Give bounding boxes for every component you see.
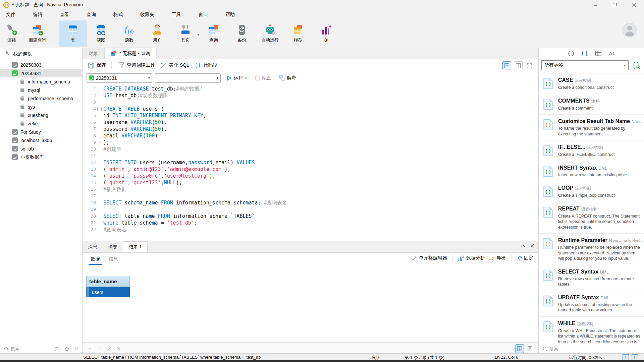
table-info-tab-icon[interactable] [595, 51, 601, 56]
tree-item-localhost_3306[interactable]: localhost_3306 [0, 136, 82, 144]
new-snippet-icon[interactable] [632, 61, 641, 69]
tree-item-zeke[interactable]: zeke [0, 119, 82, 128]
query-builder-button[interactable]: 查询创建工具 [119, 62, 155, 68]
tree-item-20250303[interactable]: 20250303 [0, 61, 82, 69]
sort-filter-icon[interactable] [55, 347, 60, 351]
explain-button[interactable]: 解释 [279, 75, 297, 81]
form-view-toggle[interactable] [526, 345, 534, 353]
ai-tab-icon[interactable]: AI [609, 51, 614, 56]
collapse-results-icon[interactable] [521, 244, 525, 248]
horizontal-split-toggle[interactable] [502, 61, 511, 70]
code-fold-toggle[interactable]: − [97, 107, 102, 111]
connection-toggle-icon[interactable] [74, 347, 79, 351]
sql-editor[interactable]: 1CREATE DATABASE test_db;#创建数据库2USE test… [83, 84, 538, 242]
snippet-Runtime-Parameter[interactable]: Runtime ParameterNavicat-only Synta Runt… [539, 234, 644, 265]
results-subtab-数据[interactable]: 数据 [90, 253, 101, 265]
close-button[interactable] [625, 0, 644, 10]
vertical-split-toggle[interactable] [514, 61, 523, 70]
tree-item-我的连接[interactable]: 我的连接 [0, 50, 82, 58]
save-button[interactable]: 保存 [88, 62, 106, 69]
menu-item-查看[interactable]: 查看 [55, 10, 74, 19]
toolbar-bi-button[interactable]: BI [312, 20, 340, 47]
minimize-button[interactable] [586, 0, 605, 10]
toolbar-query-button[interactable]: 查询 [200, 20, 228, 47]
data-analysis-button[interactable]: 数据分析 [458, 255, 485, 261]
tree-item-sys[interactable]: sys [0, 103, 82, 111]
menu-item-收藏夹[interactable]: 收藏夹 [136, 10, 159, 19]
menu-item-工具[interactable]: 工具 [167, 10, 186, 19]
tree-item-小皮数据库[interactable]: 小皮数据库 [0, 153, 82, 161]
snippet-Customize-Result-Tab-Name[interactable]: Customize Result Tab NameNavic To name t… [539, 115, 644, 140]
grid-column-header[interactable]: table_name [86, 276, 130, 287]
snippet-REPEAT[interactable]: REPEAT流程控制 Create A REPEAT construct. Th… [539, 202, 644, 234]
snippet-LOOP[interactable]: LOOP流程控制 Create a simple loop construct [539, 181, 644, 202]
menu-item-窗口[interactable]: 窗口 [194, 10, 213, 19]
tree-item-information_schema[interactable]: information_schema [0, 77, 82, 86]
menu-item-文件[interactable]: 文件 [1, 10, 20, 19]
tree-item-performance_schema[interactable]: performance_schema [0, 94, 82, 103]
snippet-UPDATE-Syntax[interactable]: UPDATE SyntaxDML Updates columns of exis… [539, 291, 644, 317]
row-selector-gutter[interactable] [86, 287, 89, 297]
snippets-tab-icon[interactable] [581, 50, 588, 56]
grid-cell[interactable]: users [89, 287, 130, 297]
snippet-SELECT-Syntax[interactable]: SELECT SyntaxDML Retrieve rows selected … [539, 265, 644, 291]
user-avatar[interactable] [623, 23, 637, 37]
insert-mode-icon[interactable]: I [623, 354, 629, 360]
run-options-caret[interactable]: ▾ [245, 76, 247, 80]
info-tab-icon[interactable] [568, 51, 574, 56]
fullscreen-toggle[interactable] [525, 62, 533, 70]
delete-record-icon[interactable]: － [97, 345, 103, 352]
snippet-COMMENTS[interactable]: COMMENTS注释 Create a comment [539, 94, 644, 115]
toolbar-others-button[interactable]: 其它▾ [171, 20, 200, 47]
snippets-search[interactable]: 搜索 [539, 343, 644, 355]
toolbar-user-button[interactable]: 用户 [143, 20, 171, 47]
grid-row[interactable]: users [86, 287, 130, 297]
cell-editor-button[interactable]: 单元格编辑器 [411, 255, 447, 261]
results-tab-摘要[interactable]: 摘要 [103, 242, 123, 252]
discard-changes-icon[interactable]: ✕ [116, 346, 121, 352]
toolbar-table-button[interactable]: 表 [59, 20, 87, 47]
snippet-INSERT-Syntax[interactable]: INSERT SyntaxDML Insert new rows into an… [539, 161, 644, 182]
code-snippet-button[interactable]: 代码段 [195, 62, 217, 68]
tag-filter-select[interactable]: 所有标签▾ [541, 60, 629, 70]
close-results-icon[interactable] [530, 244, 534, 248]
results-tab-结果 1[interactable]: 结果 1 [123, 241, 148, 252]
tree-item-xuesheng[interactable]: xuesheng [0, 111, 82, 119]
beautify-sql-button[interactable]: 美化 SQL [160, 62, 189, 69]
menu-item-查询[interactable]: 查询 [82, 10, 101, 19]
overwrite-mode-icon[interactable]: | [632, 354, 638, 360]
tree-item-sqlilab[interactable]: sqlilab [0, 144, 82, 153]
grid-view-toggle[interactable] [515, 344, 524, 353]
toolbar-autorun-button[interactable]: 自动运行 [256, 20, 284, 47]
restore-button[interactable] [605, 0, 625, 10]
sidebar-search[interactable]: 搜索 [0, 343, 82, 355]
toolbar-model-button[interactable]: 模型 [284, 20, 312, 47]
run-button[interactable]: 运行 ▾ [227, 75, 247, 81]
results-tab-消息[interactable]: 消息 [83, 242, 103, 252]
snippet-WHILE[interactable]: WHILE流程控制 Create a WHILE construct. The … [539, 317, 644, 343]
snippet-CASE[interactable]: CASE流程控制 Create a conditional construct [539, 73, 644, 94]
tree-item-For Study[interactable]: For Study [0, 128, 82, 136]
favorite-star-icon[interactable] [64, 347, 69, 351]
dropdown-caret-icon[interactable]: ▾ [197, 33, 199, 37]
tab-query[interactable]: * 无标题 - 查询 [104, 48, 157, 59]
add-record-icon[interactable]: ＋ [87, 345, 93, 352]
menu-item-帮助[interactable]: 帮助 [221, 10, 239, 19]
toolbar-backup-button[interactable]: 备份 [228, 20, 256, 47]
apply-changes-icon[interactable]: ✓ [107, 346, 112, 352]
tree-item-20250331[interactable]: ⌄20250331 [0, 69, 82, 77]
expand-chevron-icon[interactable]: ⌄ [5, 71, 10, 75]
toolbar-function-button[interactable]: f(x) 函数 [115, 20, 143, 47]
toolbar-view-button[interactable]: 视图 [87, 20, 115, 47]
pin-button[interactable]: 固定 [517, 255, 533, 261]
connection-selector[interactable]: 20250331▾ [87, 73, 152, 83]
tab-objects[interactable]: 对象 [83, 48, 104, 59]
tree-item-mysql[interactable]: mysql [0, 86, 82, 94]
toolbar-new-query-button[interactable]: 新建查询 [23, 20, 52, 47]
export-button[interactable]: 导出 [488, 255, 506, 261]
results-subtab-信息[interactable]: 信息 [108, 253, 119, 265]
snippet-IF-ELSE-[interactable]: IF...ELSE...流程控制 Create a IF...ELSE... c… [539, 140, 644, 161]
menu-item-格式[interactable]: 格式 [109, 10, 127, 19]
toolbar-connection-button[interactable]: 连接 [0, 20, 23, 47]
database-selector[interactable]: ▾ [155, 73, 221, 83]
